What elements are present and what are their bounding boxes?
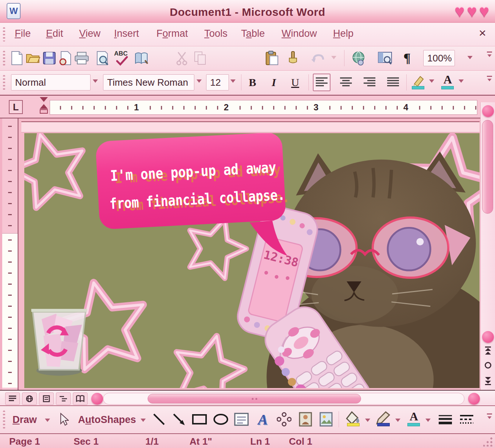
close-document-button[interactable]: × (475, 26, 490, 40)
status-page: Page 1 (9, 436, 40, 447)
outline-view-button[interactable] (56, 392, 71, 405)
style-select[interactable]: Normal (11, 74, 91, 90)
document-map-button[interactable] (376, 49, 394, 67)
rectangle-tool-button[interactable] (191, 410, 208, 428)
highlight-dropdown-arrow[interactable] (429, 79, 434, 83)
menu-help[interactable]: Help (333, 28, 354, 39)
scroll-up-button[interactable] (482, 105, 494, 117)
zoom-select[interactable]: 100% (423, 50, 455, 66)
select-objects-button[interactable] (54, 410, 72, 428)
font-select[interactable]: Times New Roman (103, 74, 194, 90)
close-heart-button[interactable]: ♥ (479, 1, 489, 21)
document-canvas[interactable]: 12:38 (19, 118, 480, 390)
toolbar-options-button[interactable] (485, 412, 494, 428)
new-document-button[interactable] (8, 49, 26, 67)
print-button[interactable] (73, 49, 91, 67)
toolbar-options-button[interactable] (485, 74, 494, 90)
menu-view[interactable]: View (79, 28, 100, 39)
menu-tools[interactable]: Tools (204, 28, 227, 39)
fill-color-button[interactable] (344, 410, 362, 428)
scroll-right-button[interactable] (468, 393, 480, 405)
autoshapes-dropdown-arrow[interactable] (141, 419, 146, 422)
print-preview-button[interactable] (93, 49, 111, 67)
draw-font-color-button[interactable]: A (405, 410, 422, 428)
scroll-down-button[interactable] (482, 331, 494, 343)
previous-page-button[interactable] (484, 346, 492, 355)
print-layout-view-button[interactable] (39, 392, 54, 405)
menu-edit[interactable]: Edit (46, 28, 63, 39)
tab-stop-selector[interactable]: L (9, 100, 23, 114)
text-box-tool-button[interactable] (233, 410, 250, 428)
spelling-grammar-button[interactable]: ABC (113, 49, 130, 67)
hanging-indent-marker[interactable] (40, 104, 48, 109)
autoshapes-menu-button[interactable]: AutoShapes (78, 414, 136, 426)
scroll-left-button[interactable] (91, 393, 103, 405)
zoom-dropdown-arrow[interactable] (467, 56, 473, 59)
diagram-button[interactable] (275, 410, 293, 428)
toolbar-grip[interactable] (3, 75, 5, 90)
font-color-dropdown-arrow[interactable] (459, 79, 464, 83)
wordart-button[interactable]: A (254, 410, 272, 428)
font-size-dropdown-arrow[interactable] (230, 79, 236, 83)
draw-dropdown-arrow[interactable] (45, 419, 50, 422)
line-color-dropdown-arrow[interactable] (395, 419, 400, 422)
email-button[interactable] (57, 49, 74, 67)
menu-format[interactable]: Format (156, 28, 188, 39)
toolbar-grip[interactable] (3, 51, 5, 66)
menu-file[interactable]: File (15, 28, 31, 39)
resize-grip[interactable] (483, 436, 494, 447)
web-layout-view-button[interactable] (22, 392, 37, 405)
font-size-select[interactable]: 12 (206, 74, 229, 90)
select-browse-object-button[interactable] (484, 362, 492, 369)
first-line-indent-marker[interactable] (40, 97, 48, 102)
font-dropdown-arrow[interactable] (197, 79, 202, 83)
horizontal-scroll-thumb[interactable] (148, 394, 361, 403)
menu-insert[interactable]: Insert (114, 28, 139, 39)
standard-toolbar: ABC ¶ (0, 46, 495, 71)
menu-table[interactable]: Table (241, 28, 265, 39)
left-indent-marker[interactable] (40, 109, 48, 114)
highlight-button[interactable] (409, 74, 427, 91)
indent-markers[interactable] (40, 97, 49, 118)
clip-art-button[interactable] (297, 410, 314, 428)
fill-color-dropdown-arrow[interactable] (365, 419, 370, 422)
reading-layout-view-button[interactable] (73, 392, 88, 405)
justify-button[interactable] (384, 74, 402, 91)
arrow-tool-button[interactable] (170, 410, 188, 428)
vertical-scrollbar[interactable] (480, 102, 495, 390)
bold-button[interactable]: B (244, 74, 261, 91)
insert-picture-button[interactable] (317, 410, 335, 428)
insert-hyperlink-button[interactable] (350, 49, 367, 67)
open-icon[interactable] (24, 49, 42, 67)
format-painter-button[interactable] (284, 49, 302, 67)
line-style-button[interactable] (436, 410, 454, 428)
italic-button[interactable]: I (265, 74, 283, 91)
underline-button[interactable]: U (286, 74, 304, 91)
vertical-scroll-thumb[interactable] (482, 120, 493, 214)
toolbar-options-button[interactable] (485, 50, 494, 66)
dash-style-button[interactable] (458, 410, 475, 428)
align-right-button[interactable] (361, 74, 378, 91)
paste-button[interactable] (263, 49, 281, 67)
horizontal-scroll-track[interactable] (103, 393, 464, 405)
line-color-button[interactable] (375, 410, 392, 428)
toolbar-grip[interactable] (3, 410, 5, 429)
show-hide-pilcrow-button[interactable]: ¶ (398, 49, 416, 67)
restore-heart-button[interactable]: ♥ (467, 1, 477, 21)
normal-view-button[interactable] (5, 392, 20, 405)
research-button[interactable] (132, 49, 150, 67)
draw-menu-button[interactable]: Draw (13, 414, 37, 426)
save-button[interactable] (40, 49, 58, 67)
font-color-button[interactable]: A (439, 74, 456, 91)
oval-tool-button[interactable] (212, 410, 230, 428)
toolbar-grip[interactable] (3, 27, 5, 42)
style-dropdown-arrow[interactable] (93, 79, 98, 83)
ruler-number: 4 (402, 102, 410, 113)
menu-window[interactable]: Window (282, 28, 317, 39)
next-page-button[interactable] (484, 377, 492, 385)
minimize-heart-button[interactable]: ♥ (455, 1, 464, 21)
line-tool-button[interactable] (150, 410, 168, 428)
draw-font-color-dropdown-arrow[interactable] (425, 419, 431, 422)
align-center-button[interactable] (337, 74, 355, 91)
align-left-button[interactable] (313, 74, 330, 91)
